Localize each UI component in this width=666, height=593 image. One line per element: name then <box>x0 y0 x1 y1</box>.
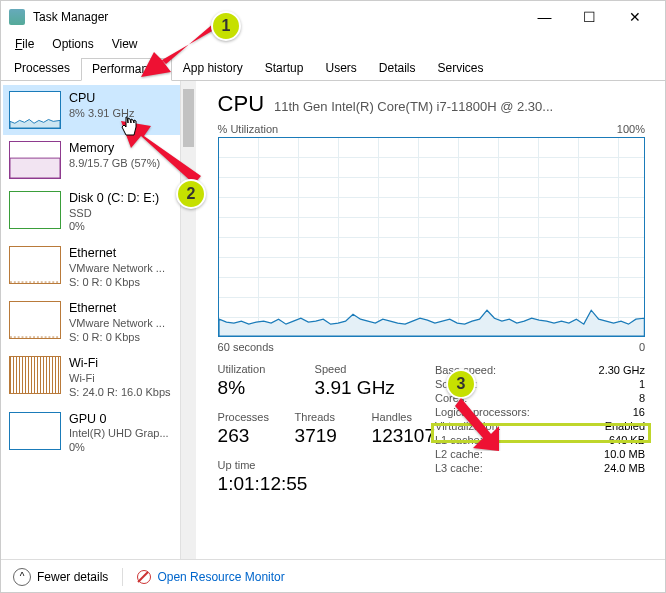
stat-value-utilization: 8% <box>218 377 293 399</box>
sidebar-item-sub: SSD <box>69 207 159 221</box>
sidebar-item-memory[interactable]: Memory 8.9/15.7 GB (57%) <box>3 135 180 185</box>
fewer-details-button[interactable]: ^ Fewer details <box>13 568 108 586</box>
detail-key: Logical processors: <box>435 406 530 418</box>
tab-processes[interactable]: Processes <box>3 57 81 80</box>
title-bar: Task Manager — ☐ ✕ <box>1 1 665 33</box>
stat-value-uptime: 1:01:12:55 <box>218 473 435 495</box>
sidebar-item-label: Ethernet <box>69 246 165 262</box>
tab-performance[interactable]: Performance <box>81 58 172 81</box>
sidebar-item-gpu0[interactable]: GPU 0 Intel(R) UHD Grap... 0% <box>3 406 180 461</box>
stat-label-uptime: Up time <box>218 459 435 471</box>
detail-val: 640 KB <box>609 434 645 446</box>
sidebar-item-disk0[interactable]: Disk 0 (C: D: E:) SSD 0% <box>3 185 180 240</box>
sidebar-item-label: Wi-Fi <box>69 356 171 372</box>
detail-key: L3 cache: <box>435 462 483 474</box>
minimize-button[interactable]: — <box>522 2 567 32</box>
menu-view[interactable]: View <box>104 35 146 53</box>
detail-val: 16 <box>633 406 645 418</box>
sidebar-item-ethernet-2[interactable]: Ethernet VMware Network ... S: 0 R: 0 Kb… <box>3 295 180 350</box>
memory-thumb-icon <box>9 141 61 179</box>
detail-val: 8 <box>639 392 645 404</box>
fewer-details-label: Fewer details <box>37 570 108 584</box>
wifi-thumb-icon <box>9 356 61 394</box>
sidebar-item-label: CPU <box>69 91 134 107</box>
detail-key: Base speed: <box>435 364 496 376</box>
sidebar-item-ethernet-1[interactable]: Ethernet VMware Network ... S: 0 R: 0 Kb… <box>3 240 180 295</box>
tab-services[interactable]: Services <box>427 57 495 80</box>
cpu-thumb-icon <box>9 91 61 129</box>
window-title: Task Manager <box>33 10 522 24</box>
tab-strip: Processes Performance App history Startu… <box>1 57 665 81</box>
menu-options[interactable]: Options <box>44 35 101 53</box>
stat-value-processes: 263 <box>218 425 273 447</box>
sidebar-item-sub2: 0% <box>69 220 159 234</box>
cpu-description: 11th Gen Intel(R) Core(TM) i7-11800H @ 2… <box>274 99 645 114</box>
tab-details[interactable]: Details <box>368 57 427 80</box>
stat-value-speed: 3.91 GHz <box>315 377 395 399</box>
scrollbar-thumb[interactable] <box>183 89 194 147</box>
sidebar-item-sub2: S: 24.0 R: 16.0 Kbps <box>69 386 171 400</box>
detail-val: 1 <box>639 378 645 390</box>
sidebar-item-sub2: 0% <box>69 441 169 455</box>
detail-val: Enabled <box>605 420 645 432</box>
stat-label-speed: Speed <box>315 363 395 375</box>
chart-label-bot-left: 60 seconds <box>218 341 274 353</box>
detail-key: Virtualization: <box>435 420 501 432</box>
sidebar-item-sub2: S: 0 R: 0 Kbps <box>69 276 165 290</box>
chart-label-top-left: % Utilization <box>218 123 279 135</box>
sidebar-item-sub: 8% 3.91 GHz <box>69 107 134 121</box>
chart-label-top-right: 100% <box>617 123 645 135</box>
footer-separator <box>122 568 123 586</box>
app-icon <box>9 9 25 25</box>
sidebar-item-label: Disk 0 (C: D: E:) <box>69 191 159 207</box>
stat-value-threads: 3719 <box>295 425 350 447</box>
sidebar-item-sub: VMware Network ... <box>69 262 165 276</box>
cpu-utilization-chart <box>218 137 645 337</box>
maximize-button[interactable]: ☐ <box>567 2 612 32</box>
sidebar-item-sub: Intel(R) UHD Grap... <box>69 427 169 441</box>
cpu-heading: CPU <box>218 91 264 117</box>
main-panel: CPU 11th Gen Intel(R) Core(TM) i7-11800H… <box>196 81 665 559</box>
detail-val: 2.30 GHz <box>599 364 645 376</box>
ethernet-thumb-icon <box>9 246 61 284</box>
detail-key: L2 cache: <box>435 448 483 460</box>
cpu-details-list: Base speed:2.30 GHz Sockets:1 Cores:8 Lo… <box>435 363 645 495</box>
chevron-up-icon: ^ <box>13 568 31 586</box>
stat-label-threads: Threads <box>295 411 350 423</box>
tab-app-history[interactable]: App history <box>172 57 254 80</box>
sidebar-item-sub: 8.9/15.7 GB (57%) <box>69 157 160 171</box>
sidebar-item-cpu[interactable]: CPU 8% 3.91 GHz <box>3 85 180 135</box>
detail-key: Cores: <box>435 392 467 404</box>
window-controls: — ☐ ✕ <box>522 2 657 32</box>
stat-label-handles: Handles <box>372 411 435 423</box>
stat-label-processes: Processes <box>218 411 273 423</box>
resource-monitor-icon <box>137 570 151 584</box>
ethernet-thumb-icon <box>9 301 61 339</box>
detail-val: 10.0 MB <box>604 448 645 460</box>
disk-thumb-icon <box>9 191 61 229</box>
sidebar-item-label: Memory <box>69 141 160 157</box>
tab-startup[interactable]: Startup <box>254 57 315 80</box>
chart-label-bot-right: 0 <box>639 341 645 353</box>
sidebar-item-sub2: S: 0 R: 0 Kbps <box>69 331 165 345</box>
open-resource-monitor-link[interactable]: Open Resource Monitor <box>137 570 284 584</box>
menu-file[interactable]: File <box>7 35 42 53</box>
sidebar-item-sub: Wi-Fi <box>69 372 171 386</box>
sidebar-item-label: Ethernet <box>69 301 165 317</box>
tab-users[interactable]: Users <box>314 57 367 80</box>
stat-label-utilization: Utilization <box>218 363 293 375</box>
sidebar-scrollbar[interactable] <box>180 81 196 559</box>
open-resource-monitor-label: Open Resource Monitor <box>157 570 284 584</box>
menu-bar: File Options View <box>1 33 665 55</box>
stats-area: Utilization 8% Speed 3.91 GHz Processes … <box>218 363 645 495</box>
sidebar-item-label: GPU 0 <box>69 412 169 428</box>
close-button[interactable]: ✕ <box>612 2 657 32</box>
sidebar: CPU 8% 3.91 GHz Memory 8.9/15.7 GB (57%)… <box>1 81 180 559</box>
footer: ^ Fewer details Open Resource Monitor <box>1 559 665 593</box>
sidebar-item-sub: VMware Network ... <box>69 317 165 331</box>
detail-key: Sockets: <box>435 378 477 390</box>
sidebar-item-wifi[interactable]: Wi-Fi Wi-Fi S: 24.0 R: 16.0 Kbps <box>3 350 180 405</box>
detail-key: L1 cache: <box>435 434 483 446</box>
gpu-thumb-icon <box>9 412 61 450</box>
content-area: CPU 8% 3.91 GHz Memory 8.9/15.7 GB (57%)… <box>1 81 665 559</box>
